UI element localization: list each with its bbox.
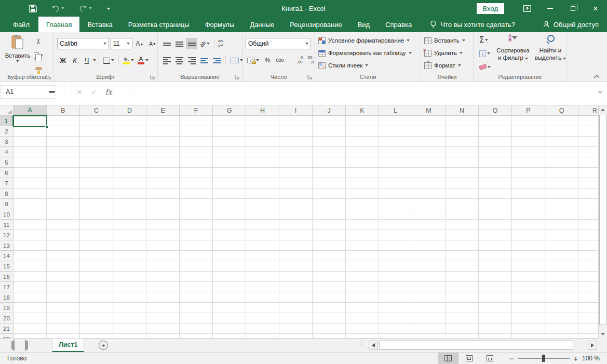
cell-H9[interactable]: [246, 199, 279, 209]
cell-H16[interactable]: [246, 272, 279, 282]
format-cells-button[interactable]: Формат: [424, 60, 465, 71]
page-break-view-button[interactable]: [479, 353, 500, 364]
cell-F7[interactable]: [180, 178, 213, 188]
cell-K12[interactable]: [346, 230, 379, 240]
cell-M17[interactable]: [412, 282, 446, 292]
cell-G14[interactable]: [213, 251, 246, 261]
cell-P3[interactable]: [512, 137, 545, 147]
column-header-F[interactable]: F: [180, 105, 213, 116]
cell-R12[interactable]: [578, 230, 598, 240]
cell-H18[interactable]: [246, 292, 279, 303]
cell-A9[interactable]: [14, 199, 47, 209]
cell-I19[interactable]: [279, 303, 313, 313]
cell-K14[interactable]: [346, 251, 379, 261]
cell-H5[interactable]: [246, 157, 279, 168]
cell-A2[interactable]: [14, 126, 47, 137]
cell-B17[interactable]: [47, 282, 80, 292]
cell-Q17[interactable]: [545, 282, 578, 292]
cell-O19[interactable]: [479, 303, 512, 313]
paste-button[interactable]: Вставить: [4, 34, 31, 75]
cell-R16[interactable]: [578, 272, 598, 282]
cell-G2[interactable]: [213, 126, 246, 137]
ribbon-tab-Файл[interactable]: Файл: [4, 17, 38, 32]
shrink-font-button[interactable]: A▼: [147, 38, 158, 49]
row-header-22[interactable]: 22: [0, 334, 14, 339]
cell-M9[interactable]: [412, 199, 446, 209]
cell-A11[interactable]: [14, 220, 47, 230]
cut-button[interactable]: ✂: [32, 35, 45, 47]
row-header-18[interactable]: 18: [0, 292, 14, 303]
cell-R17[interactable]: [578, 282, 598, 292]
cell-N6[interactable]: [446, 168, 479, 178]
copy-button[interactable]: [32, 50, 45, 61]
share-button[interactable]: Общий доступ: [543, 17, 599, 32]
number-dialog-launcher[interactable]: [307, 74, 313, 79]
insert-function-button[interactable]: fx: [105, 88, 112, 96]
cell-H20[interactable]: [246, 313, 279, 323]
cell-P6[interactable]: [512, 168, 545, 178]
cell-R20[interactable]: [578, 313, 598, 323]
cell-L18[interactable]: [379, 292, 412, 303]
cell-H12[interactable]: [246, 230, 279, 240]
cell-B7[interactable]: [47, 178, 80, 188]
cell-E10[interactable]: [146, 209, 180, 220]
cell-H13[interactable]: [246, 240, 279, 251]
column-header-A[interactable]: A: [14, 105, 47, 116]
cell-J13[interactable]: [313, 240, 346, 251]
cell-K7[interactable]: [346, 178, 379, 188]
cell-B14[interactable]: [47, 251, 80, 261]
cell-Q10[interactable]: [545, 209, 578, 220]
vertical-scrollbar-thumb[interactable]: [599, 115, 606, 325]
ribbon-tab-Формулы[interactable]: Формулы: [197, 17, 242, 32]
sheet-tab[interactable]: Лист1: [52, 339, 84, 352]
cell-J20[interactable]: [313, 313, 346, 323]
cell-Q1[interactable]: [545, 116, 578, 126]
ribbon-tab-Рецензирование[interactable]: Рецензирование: [282, 17, 349, 32]
close-button[interactable]: ×: [584, 0, 607, 17]
cell-F18[interactable]: [180, 292, 213, 303]
cell-E1[interactable]: [146, 116, 180, 126]
cell-B21[interactable]: [47, 323, 80, 334]
cell-A3[interactable]: [14, 137, 47, 147]
cell-N17[interactable]: [446, 282, 479, 292]
cell-E8[interactable]: [146, 188, 180, 199]
cell-J15[interactable]: [313, 261, 346, 272]
cell-L16[interactable]: [379, 272, 412, 282]
cell-O17[interactable]: [479, 282, 512, 292]
cell-K5[interactable]: [346, 157, 379, 168]
cell-O13[interactable]: [479, 240, 512, 251]
cell-I13[interactable]: [279, 240, 313, 251]
cell-styles-button[interactable]: Стили ячеек: [318, 60, 412, 71]
cell-M20[interactable]: [412, 313, 446, 323]
cell-C7[interactable]: [80, 178, 113, 188]
cell-P7[interactable]: [512, 178, 545, 188]
cell-C19[interactable]: [80, 303, 113, 313]
row-header-10[interactable]: 10: [0, 209, 14, 220]
cell-K18[interactable]: [346, 292, 379, 303]
cell-L22[interactable]: [379, 334, 412, 339]
cell-J5[interactable]: [313, 157, 346, 168]
cell-J22[interactable]: [313, 334, 346, 339]
row-header-6[interactable]: 6: [0, 168, 14, 178]
zoom-out-button[interactable]: −: [507, 354, 516, 363]
cell-D15[interactable]: [113, 261, 146, 272]
cell-M13[interactable]: [412, 240, 446, 251]
cell-P8[interactable]: [512, 188, 545, 199]
cell-R6[interactable]: [578, 168, 598, 178]
cell-J4[interactable]: [313, 147, 346, 157]
font-color-button[interactable]: А: [136, 55, 150, 66]
cell-C8[interactable]: [80, 188, 113, 199]
cell-I11[interactable]: [279, 220, 313, 230]
cell-H21[interactable]: [246, 323, 279, 334]
cell-Q7[interactable]: [545, 178, 578, 188]
cell-P12[interactable]: [512, 230, 545, 240]
cell-A8[interactable]: [14, 188, 47, 199]
minimize-button[interactable]: [538, 0, 561, 17]
cell-I7[interactable]: [279, 178, 313, 188]
cell-K2[interactable]: [346, 126, 379, 137]
cell-Q20[interactable]: [545, 313, 578, 323]
clipboard-dialog-launcher[interactable]: [46, 74, 51, 79]
cell-C14[interactable]: [80, 251, 113, 261]
row-header-16[interactable]: 16: [0, 272, 14, 282]
cell-Q5[interactable]: [545, 157, 578, 168]
